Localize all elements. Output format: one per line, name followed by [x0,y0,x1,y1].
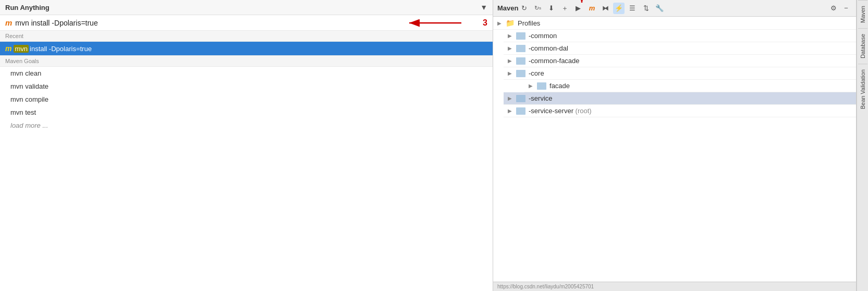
label-common-dal: -common-dal [529,44,568,52]
filter-icon[interactable]: ▼ [480,3,487,11]
goal-item-clean[interactable]: mvn clean [0,67,493,80]
toggle-icon[interactable]: ⧓ [600,3,611,14]
maven-header-right: ⚙ − [828,3,852,14]
maven-panel: Maven ↻ ↻s ⬇ ＋ ▶ m ⧓ ⚡ ☰ ⇅ 🔧 [493,0,857,291]
maven-m-icon: m [5,18,12,27]
tree-item-service-server[interactable]: ▶ -service-server (root) [504,105,856,117]
search-box: m mvn install -Dpolaris=true 3 [0,15,493,31]
recent-item[interactable]: m mvn install -Dpolaris=true [0,42,493,55]
chevron-service-server: ▶ [508,108,513,114]
side-tab-database[interactable]: Database [858,28,867,64]
label-common: -common [529,32,557,40]
label-common-facade: -common-facade [529,57,580,65]
profiles-chevron: ▶ [497,20,503,26]
module-icon-common-facade [516,57,525,65]
module-icon-service [516,95,525,102]
chevron-facade: ▶ [529,83,534,89]
service-server-suffix: (root) [576,107,592,115]
tree-item-common-dal[interactable]: ▶ -common-dal [504,42,856,55]
recent-item-text: install -Dpolaris=true [30,45,92,53]
chevron-service: ▶ [508,95,513,101]
chevron-core: ▶ [508,70,513,76]
run-anything-panel: Run Anything ▼ m mvn install -Dpolaris=t… [0,0,493,291]
left-header: Run Anything ▼ [0,0,493,15]
label-service-server: -service-server (root) [529,107,592,115]
lines-icon[interactable]: ☰ [627,3,638,14]
label-core: -core [529,69,544,77]
url-text: https://blog.csdn.net/liaydu/m2005425701 [497,284,594,289]
load-more[interactable]: load more ... [0,119,493,132]
recent-label: Recent [0,31,493,42]
module-icon-common-dal [516,45,525,52]
tree-item-service[interactable]: ▶ -service [504,92,856,105]
module-icon-facade [537,82,546,90]
minimize-icon[interactable]: − [840,3,852,14]
label-service: -service [529,94,553,102]
side-tab-bean-validation[interactable]: Bean Validation [858,64,867,114]
highlight-mvn: mvn [14,45,29,53]
refresh-icon[interactable]: ↻ [518,3,530,14]
settings-gear-icon[interactable]: ⚙ [828,3,839,14]
label-facade: facade [549,82,570,90]
tree-item-facade[interactable]: ▶ facade [524,80,856,92]
lightning-icon[interactable]: ⚡ [613,3,625,14]
maven-toolbar: Maven ↻ ↻s ⬇ ＋ ▶ m ⧓ ⚡ ☰ ⇅ 🔧 [493,0,856,17]
chevron-common: ▶ [508,33,513,39]
refresh-all-icon[interactable]: ↻s [532,3,543,14]
module-icon-common [516,32,525,40]
download-icon[interactable]: ⬇ [545,3,557,14]
maven-toolbar-icons: ↻ ↻s ⬇ ＋ ▶ m ⧓ ⚡ ☰ ⇅ 🔧 [518,3,665,14]
annotation-3: 3 [483,18,487,28]
side-tab-maven[interactable]: Maven [858,0,867,28]
maven-m-small: m [5,44,11,53]
side-tabs-panel: Maven Database Bean Validation [857,0,868,291]
tree-item-core[interactable]: ▶ -core [504,67,856,80]
goal-item-compile[interactable]: mvn compile [0,93,493,106]
module-icon-core [516,70,525,77]
tree-item-common-facade[interactable]: ▶ -common-facade [504,55,856,67]
profiles-label: Profiles [518,19,540,27]
goal-item-test[interactable]: mvn test [0,106,493,119]
run-icon[interactable]: ▶ [572,3,584,14]
run-anything-title: Run Anything [5,4,50,11]
chevron-common-facade: ▶ [508,58,513,64]
profiles-root-item[interactable]: ▶ 📁 Profiles [493,17,856,30]
url-bar: https://blog.csdn.net/liaydu/m2005425701 [493,282,856,291]
maven-m-tool-icon[interactable]: m [586,3,597,14]
maven-panel-title: Maven [497,4,518,12]
module-icon-service-server [516,107,525,115]
search-input-display[interactable]: mvn install -Dpolaris=true [15,19,487,27]
profiles-folder-icon: 📁 [506,19,515,27]
tree-item-common[interactable]: ▶ -common [504,30,856,42]
maven-tree: ▶ 📁 Profiles ▶ -common ▶ -common-dal ▶ -… [493,17,856,282]
maven-goals-label: Maven Goals [0,55,493,67]
sort-icon[interactable]: ⇅ [640,3,652,14]
add-icon[interactable]: ＋ [559,3,570,14]
wrench-icon[interactable]: 🔧 [654,3,665,14]
goal-item-validate[interactable]: mvn validate [0,80,493,93]
chevron-common-dal: ▶ [508,45,513,51]
